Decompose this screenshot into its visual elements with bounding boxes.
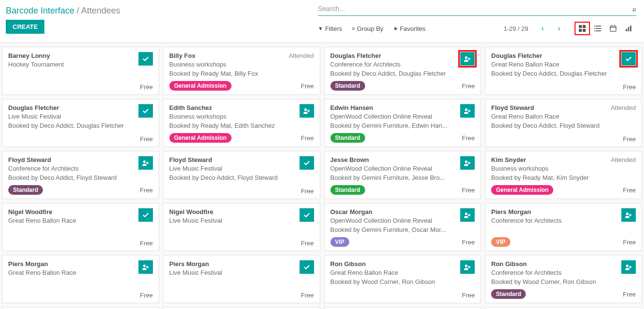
- kanban-card[interactable]: Tom HarperHockey Tournament: [485, 307, 642, 309]
- view-chart[interactable]: [621, 22, 636, 35]
- kanban-card[interactable]: Ron GibsonLive Music Festival: [163, 307, 320, 309]
- mark-attended-button[interactable]: [300, 156, 314, 170]
- attendee-name: Ron Gibson: [330, 260, 461, 268]
- kanban-card[interactable]: Edith SanchezBusiness workshopsBooked by…: [163, 99, 320, 147]
- attendee-name: Barney Lonny: [8, 52, 138, 59]
- filters-button[interactable]: ▼Filters: [318, 25, 342, 32]
- event-name: Business workshops: [491, 164, 611, 173]
- kanban-card[interactable]: Billy FoxBusiness workshopsBooked by Rea…: [163, 47, 320, 95]
- mark-attended-button[interactable]: [138, 104, 153, 118]
- ticket-tag: VIP: [330, 237, 349, 247]
- kanban-card[interactable]: Piers MorganLive Music FestivalFree: [163, 255, 320, 303]
- ticket-tag: Standard: [330, 133, 365, 143]
- mark-attended-button[interactable]: [300, 208, 314, 222]
- event-name: OpenWood Collection Online Reveal: [330, 112, 461, 121]
- add-attendee-button[interactable]: [460, 260, 475, 274]
- add-attendee-button[interactable]: [460, 52, 475, 66]
- breadcrumb-page: Attendees: [81, 6, 120, 15]
- event-name: Live Music Festival: [169, 164, 300, 173]
- booked-by: Booked by Deco Addict, Douglas Fletcher: [8, 121, 138, 130]
- kanban-card[interactable]: Kim SnyderBusiness workshopsBooked by Re…: [485, 151, 642, 199]
- favorites-button[interactable]: ★Favorites: [393, 25, 425, 32]
- mark-attended-button[interactable]: [621, 52, 636, 66]
- view-list[interactable]: [590, 22, 605, 35]
- svg-rect-9: [596, 30, 601, 31]
- attendee-name: Floyd Steward: [169, 156, 300, 163]
- kanban-card[interactable]: Edwin HansenOpenWood Collection Online R…: [324, 99, 481, 147]
- mark-attended-button[interactable]: [300, 260, 314, 274]
- svg-rect-1: [583, 25, 586, 28]
- price-label: Free: [623, 187, 636, 194]
- search-icon[interactable]: ⌕: [632, 5, 636, 13]
- kanban-card[interactable]: Soham PalmerOpenWood Collection Online R…: [324, 307, 481, 309]
- booked-by: Booked by Ready Mat, Billy Fox: [169, 69, 289, 78]
- svg-point-19: [465, 108, 467, 111]
- group-by-button[interactable]: ≡Group By: [352, 25, 383, 32]
- booked-by: Booked by Wood Corner, Ron Gibson: [330, 278, 461, 286]
- add-attendee-button[interactable]: [460, 208, 475, 222]
- add-attendee-button[interactable]: [138, 156, 153, 170]
- add-attendee-button[interactable]: [300, 104, 314, 118]
- view-calendar[interactable]: [605, 22, 621, 35]
- event-name: Great Reno Ballon Race: [8, 269, 138, 277]
- attendee-name: Piers Morgan: [491, 208, 621, 215]
- status-attended: Attended: [611, 104, 636, 111]
- event-name: Great Reno Ballon Race: [491, 60, 621, 69]
- kanban-card[interactable]: Douglas FletcherConference for Architect…: [324, 47, 481, 95]
- create-button[interactable]: CREATE: [6, 20, 44, 34]
- ticket-tag: VIP: [491, 237, 510, 247]
- ticket-tag: General Admission: [491, 185, 553, 195]
- add-attendee-button[interactable]: [621, 208, 636, 222]
- price-label: Free: [462, 239, 475, 246]
- attendee-name: Floyd Steward: [491, 104, 611, 111]
- kanban-card[interactable]: Douglas FletcherGreat Reno Ballon RaceBo…: [485, 47, 642, 95]
- kanban-card[interactable]: Floyd StewardGreat Reno Ballon RaceBooke…: [485, 99, 642, 147]
- booked-by: Booked by Wood Corner, Ron Gibson: [491, 278, 621, 286]
- booked-by: Booked by Deco Addict, Floyd Steward: [8, 174, 138, 182]
- svg-point-21: [465, 161, 467, 163]
- ticket-tag: Standard: [330, 81, 365, 91]
- view-kanban[interactable]: [575, 22, 590, 35]
- svg-point-22: [465, 213, 467, 215]
- svg-rect-7: [596, 28, 601, 29]
- ticket-tag: Standard: [330, 185, 365, 195]
- price-label: Free: [140, 83, 153, 91]
- kanban-card[interactable]: Nigel WoodfireGreat Reno Ballon RaceFree: [2, 203, 159, 251]
- kanban-card[interactable]: Floyd StewardLive Music FestivalBooked b…: [163, 151, 320, 199]
- kanban-card[interactable]: Jesse BrownOpenWood Collection Online Re…: [324, 151, 481, 199]
- booked-by: Booked by Ready Mat, Kim Snyder: [491, 174, 611, 182]
- kanban-card[interactable]: Ron GibsonConference for ArchitectsBooke…: [485, 255, 642, 303]
- add-attendee-button[interactable]: [138, 260, 153, 274]
- kanban-card[interactable]: Douglas FletcherLive Music FestivalBooke…: [2, 99, 159, 147]
- kanban-grid: Barney LonnyHockey TournamentFreeBilly F…: [0, 43, 644, 309]
- add-attendee-button[interactable]: [460, 156, 475, 170]
- kanban-card[interactable]: Barney LonnyHockey TournamentFree: [2, 47, 159, 95]
- event-name: Business workshops: [169, 60, 289, 69]
- kanban-card[interactable]: Floyd StewardConference for ArchitectsBo…: [2, 151, 159, 199]
- kanban-card[interactable]: Ron GibsonDesign Fair Los Angeles: [2, 307, 159, 309]
- svg-point-23: [626, 213, 629, 215]
- pager-prev[interactable]: ‹: [536, 22, 549, 35]
- ticket-tag: General Admission: [169, 133, 232, 143]
- kanban-card[interactable]: Piers MorganGreat Reno Ballon RaceFree: [2, 255, 159, 303]
- kanban-card[interactable]: Piers MorganConference for ArchitectsVIP…: [485, 203, 642, 251]
- kanban-card[interactable]: Nigel WoodfireLive Music FestivalFree: [163, 203, 320, 251]
- add-attendee-button[interactable]: [460, 104, 475, 118]
- attendee-name: Kim Snyder: [491, 156, 611, 163]
- price-label: Free: [140, 240, 153, 247]
- attendee-name: Billy Fox: [169, 52, 289, 59]
- mark-attended-button[interactable]: [138, 52, 153, 66]
- booked-by: Booked by Deco Addict, Floyd Steward: [169, 174, 300, 182]
- search-input[interactable]: [318, 2, 629, 15]
- kanban-card[interactable]: Ron GibsonGreat Reno Ballon RaceBooked b…: [324, 255, 481, 303]
- mark-attended-button[interactable]: [138, 208, 153, 222]
- pager-next[interactable]: ›: [552, 22, 566, 35]
- add-attendee-button[interactable]: [621, 260, 636, 274]
- breadcrumb-app[interactable]: Barcode Interface: [6, 6, 74, 15]
- pager[interactable]: 1-29 / 29: [504, 25, 528, 32]
- kanban-card[interactable]: Oscar MorganOpenWood Collection Online R…: [324, 203, 481, 251]
- filter-icon: ▼: [318, 26, 323, 31]
- star-icon: ★: [393, 26, 398, 32]
- svg-point-24: [143, 265, 146, 267]
- event-name: Great Reno Ballon Race: [491, 112, 611, 121]
